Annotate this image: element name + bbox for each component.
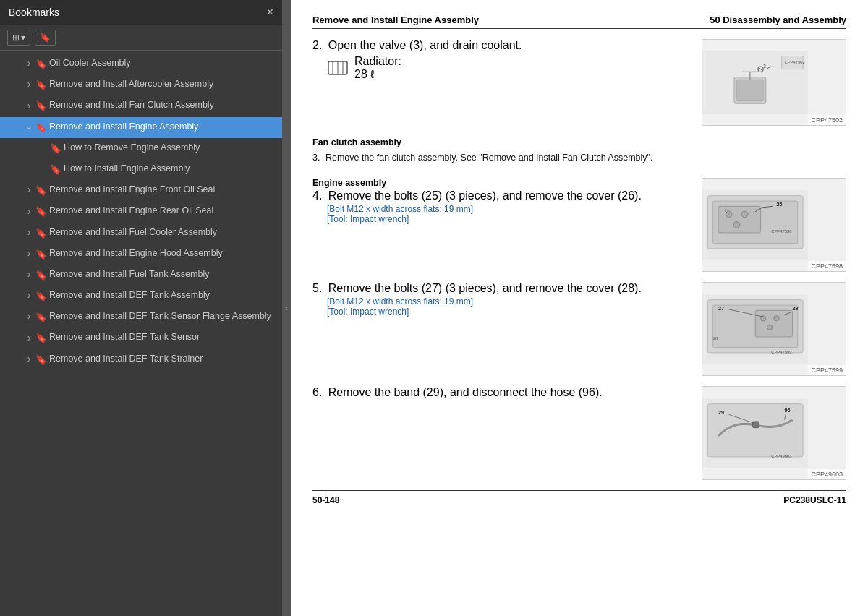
sidebar-item-aftercooler[interactable]: 🔖 Remove and Install Aftercooler Assembl… <box>0 74 282 95</box>
svg-point-23 <box>733 221 740 228</box>
svg-text:28: 28 <box>792 305 798 312</box>
sidebar-title: Bookmarks <box>9 7 59 18</box>
sidebar-item-rear-oil-seal[interactable]: 🔖 Remove and Install Engine Rear Oil Sea… <box>0 201 282 222</box>
svg-text:CPP49603: CPP49603 <box>771 454 791 458</box>
sidebar-item-fuel-cooler[interactable]: 🔖 Remove and Install Fuel Cooler Assembl… <box>0 223 282 244</box>
sidebar-item-def-tank-strainer[interactable]: 🔖 Remove and Install DEF Tank Strainer <box>0 349 282 370</box>
sidebar-item-how-install[interactable]: 🔖 How to Install Engine Assembly <box>0 159 282 180</box>
step-2-diagram: 3 CPP47502 CPP47502 <box>702 39 846 126</box>
expand-icon-front-oil-seal[interactable] <box>23 184 35 196</box>
svg-text:3: 3 <box>763 64 766 69</box>
sidebar-label-def-tank-strainer: Remove and Install DEF Tank Strainer <box>49 353 276 366</box>
doc-header: Remove and Install Engine Assembly 50 Di… <box>312 14 846 29</box>
expand-icon-aftercooler[interactable] <box>23 79 35 90</box>
sidebar-item-how-remove[interactable]: 🔖 How to Remove Engine Assembly <box>0 138 282 159</box>
expand-icon-def-tank-strainer[interactable] <box>23 354 35 365</box>
expand-icon-engine-hood[interactable] <box>23 248 35 260</box>
bookmark-icon: 🔖 <box>40 33 51 43</box>
step-3-description: Remove the fan clutch assembly. See "Rem… <box>323 151 652 165</box>
toolbar-bookmark-button[interactable]: 🔖 <box>35 30 56 46</box>
svg-text:26: 26 <box>777 201 783 208</box>
step-5-text: 5. Remove the bolts (27) (3 pieces), and… <box>312 282 690 317</box>
step-6-text: 6. Remove the band (29), and disconnect … <box>312 386 690 401</box>
doc-footer: 50-148 PC238USLC-11 <box>312 490 846 505</box>
view-dropdown-icon: ▾ <box>21 33 25 43</box>
step-6-description: Remove the band (29), and disconnect the… <box>325 386 602 399</box>
step-5-caption: CPP47599 <box>808 365 846 375</box>
bookmark-icon-def-tank-strainer: 🔖 <box>35 354 48 367</box>
expand-icon-oil-cooler[interactable] <box>23 58 35 69</box>
sidebar-item-fan-clutch[interactable]: 🔖 Remove and Install Fan Clutch Assembly <box>0 95 282 116</box>
sidebar-splitter[interactable]: ‹ <box>282 0 291 616</box>
step-4-heading: 4. Remove the bolts (25) (3 pieces), and… <box>312 189 690 202</box>
radiator-icon <box>327 60 349 76</box>
step-2-caption: CPP47502 <box>808 115 846 125</box>
bookmark-icon-front-oil-seal: 🔖 <box>35 184 48 197</box>
doc-footer-model: PC238USLC-11 <box>783 495 846 505</box>
bookmark-icon-def-tank: 🔖 <box>35 290 48 303</box>
svg-text:96: 96 <box>785 406 791 413</box>
bookmark-icon-how-install: 🔖 <box>49 163 62 176</box>
step-6-caption: CPP49603 <box>808 469 846 479</box>
radiator-value: 28 ℓ <box>354 68 374 80</box>
toolbar-view-button[interactable]: ⊞ ▾ <box>7 30 30 46</box>
bookmark-icon-def-tank-sensor-flange: 🔖 <box>35 311 48 324</box>
step-4-row: Engine assembly 4. Remove the bolts (25)… <box>312 178 846 272</box>
fan-clutch-section-label: Fan clutch assembly <box>312 136 846 150</box>
bookmark-icon-aftercooler: 🔖 <box>35 79 48 92</box>
doc-header-title: Remove and Install Engine Assembly <box>312 14 479 25</box>
step-4-svg: 26 CPP47598 <box>702 179 808 271</box>
step-2-text: 2. Open the valve (3), and drain coolant… <box>312 39 690 84</box>
step-5-row: 5. Remove the bolts (27) (3 pieces), and… <box>312 282 846 376</box>
expand-icon-rear-oil-seal[interactable] <box>23 205 35 217</box>
svg-rect-44 <box>753 421 760 427</box>
expand-icon-def-tank-sensor-flange[interactable] <box>23 311 35 322</box>
step-2-number: 2. <box>312 39 322 52</box>
step-4-spec-1: [Bolt M12 x width across flats: 19 mm] <box>327 204 690 214</box>
sidebar-label-front-oil-seal: Remove and Install Engine Front Oil Seal <box>49 184 276 197</box>
expand-icon-fuel-cooler[interactable] <box>23 227 35 239</box>
expand-icon-def-tank[interactable] <box>23 290 35 301</box>
sidebar-item-oil-cooler[interactable]: 🔖 Oil Cooler Assembly <box>0 54 282 74</box>
step-6-image: 29 96 CPP49603 CPP49603 <box>702 386 846 480</box>
sidebar-content: 🔖 Oil Cooler Assembly 🔖 Remove and Insta… <box>0 51 282 616</box>
sidebar-item-def-tank-sensor[interactable]: 🔖 Remove and Install DEF Tank Sensor <box>0 328 282 348</box>
step-2-heading: 2. Open the valve (3), and drain coolant… <box>312 39 690 52</box>
sidebar-item-fuel-tank[interactable]: 🔖 Remove and Install Fuel Tank Assembly <box>0 265 282 286</box>
step-6-number: 6. <box>312 386 322 399</box>
sidebar-label-fuel-cooler: Remove and Install Fuel Cooler Assembly <box>49 226 276 239</box>
sidebar-item-engine-hood[interactable]: 🔖 Remove and Install Engine Hood Assembl… <box>0 244 282 265</box>
step-4-text: Engine assembly 4. Remove the bolts (25)… <box>312 178 690 224</box>
bookmark-icon-how-remove: 🔖 <box>49 142 62 155</box>
step-3-section: Fan clutch assembly 3. Remove the fan cl… <box>312 136 846 165</box>
step-6-row: 6. Remove the band (29), and disconnect … <box>312 386 846 480</box>
svg-text:CPP47598: CPP47598 <box>771 228 791 233</box>
sidebar-item-def-tank-sensor-flange[interactable]: 🔖 Remove and Install DEF Tank Sensor Fla… <box>0 307 282 328</box>
sidebar-label-def-tank-sensor-flange: Remove and Install DEF Tank Sensor Flang… <box>49 310 276 323</box>
bookmark-icon-fan-clutch: 🔖 <box>35 100 48 113</box>
sidebar-label-how-remove: How to Remove Engine Assembly <box>64 142 276 155</box>
radiator-label-group: Radiator: 28 ℓ <box>354 55 401 81</box>
expand-icon-def-tank-sensor[interactable] <box>23 332 35 343</box>
expand-icon-engine-assembly[interactable] <box>23 121 35 133</box>
view-icon: ⊞ <box>12 33 20 43</box>
svg-text:28: 28 <box>713 335 718 340</box>
sidebar-item-engine-assembly[interactable]: 🔖 Remove and Install Engine Assembly <box>0 117 282 138</box>
step-5-diagram: 27 28 28 CPP47599 CPP47599 <box>702 282 846 376</box>
sidebar-header: Bookmarks × <box>0 0 282 25</box>
step-4-diagram: 26 CPP47598 CPP47598 <box>702 178 846 272</box>
sidebar-item-front-oil-seal[interactable]: 🔖 Remove and Install Engine Front Oil Se… <box>0 180 282 201</box>
sidebar-label-aftercooler: Remove and Install Aftercooler Assembly <box>49 78 276 91</box>
expand-icon-fan-clutch[interactable] <box>23 100 35 111</box>
bookmark-icon-engine-hood: 🔖 <box>35 248 48 261</box>
step-6-heading: 6. Remove the band (29), and disconnect … <box>312 386 690 399</box>
sidebar-item-def-tank[interactable]: 🔖 Remove and Install DEF Tank Assembly <box>0 286 282 307</box>
expand-icon-fuel-tank[interactable] <box>23 269 35 281</box>
sidebar-label-oil-cooler: Oil Cooler Assembly <box>49 57 276 70</box>
bookmark-icon-def-tank-sensor: 🔖 <box>35 332 48 345</box>
step-5-heading: 5. Remove the bolts (27) (3 pieces), and… <box>312 282 690 295</box>
splitter-arrow-icon[interactable]: ‹ <box>285 304 287 312</box>
svg-text:29: 29 <box>718 409 724 416</box>
sidebar-close-button[interactable]: × <box>267 6 273 19</box>
step-5-number: 5. <box>312 282 322 295</box>
